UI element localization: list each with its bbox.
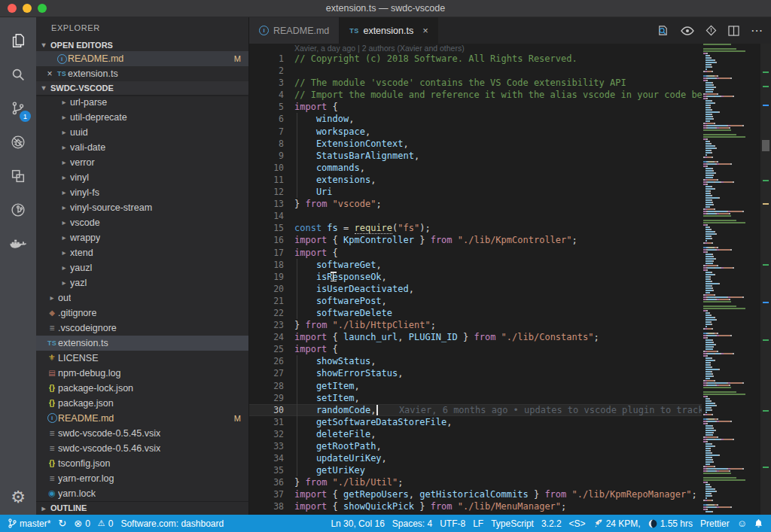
activity-debug-icon[interactable]: [0, 125, 36, 159]
tree-item-README.md[interactable]: iREADME.mdM: [36, 411, 248, 426]
tree-item-url-parse[interactable]: ▸url-parse: [36, 95, 248, 110]
code-line-19[interactable]: 19 isResponseOk,: [249, 271, 702, 283]
tree-item-LICENSE[interactable]: ⚜LICENSE: [36, 351, 248, 366]
status-sync[interactable]: ↻: [54, 515, 70, 532]
tree-item-yauzl[interactable]: ▸yauzl: [36, 260, 248, 275]
code-line-18[interactable]: 18 softwareGet,: [249, 259, 702, 271]
code-line-35[interactable]: 35 getUriKey: [249, 464, 702, 476]
window-controls[interactable]: [8, 4, 47, 13]
activity-extensions-icon[interactable]: [0, 159, 36, 193]
tab-extension-ts[interactable]: TS extension.ts ×: [340, 17, 437, 44]
gitlens-icon[interactable]: [705, 25, 717, 36]
tree-item-vscode[interactable]: ▸vscode: [36, 215, 248, 230]
code-line-29[interactable]: 29 setItem,: [249, 392, 702, 404]
code-line-20[interactable]: 20 isUserDeactivated,: [249, 283, 702, 295]
code-line-11[interactable]: 11 extensions,: [249, 174, 702, 186]
status-errors[interactable]: ⊗0: [70, 515, 94, 532]
code-line-7[interactable]: 7 workspace,: [249, 126, 702, 138]
code-line-23[interactable]: 23} from "./lib/HttpClient";: [249, 319, 702, 331]
status-indentation[interactable]: Spaces: 4: [389, 515, 436, 532]
split-editor-icon[interactable]: [728, 26, 739, 36]
more-actions-icon[interactable]: ⋯: [751, 27, 763, 35]
status-ts-version[interactable]: 3.2.2: [538, 515, 565, 532]
code-area[interactable]: Xavier, a day ago | 2 authors (Xavier an…: [249, 44, 702, 515]
tab-readme[interactable]: i README.md: [249, 17, 340, 44]
status-language-mode[interactable]: TypeScript: [487, 515, 538, 532]
status-time-tracked[interactable]: 1.55 hrs: [645, 515, 696, 532]
code-line-6[interactable]: 6 window,: [249, 113, 702, 125]
tree-item-swdc-vscode-0.5.46.vsix[interactable]: ≡swdc-vscode-0.5.46.vsix: [36, 441, 248, 456]
activity-search-icon[interactable]: [0, 57, 36, 91]
code-line-33[interactable]: 33 getRootPath,: [249, 440, 702, 452]
code-line-3[interactable]: 3// The module 'vscode' contains the VS …: [249, 77, 702, 89]
tree-item-yarn-error.log[interactable]: ≡yarn-error.log: [36, 471, 248, 486]
code-line-17[interactable]: 17import {: [249, 247, 702, 259]
code-line-34[interactable]: 34 updateUriKey,: [249, 452, 702, 464]
code-line-28[interactable]: 28 getItem,: [249, 380, 702, 392]
status-encoding[interactable]: UTF-8: [436, 515, 469, 532]
tree-item-swdc-vscode-0.5.45.vsix[interactable]: ≡swdc-vscode-0.5.45.vsix: [36, 426, 248, 441]
settings-gear-icon[interactable]: ⚙: [11, 488, 26, 507]
status-git-branch[interactable]: master*: [5, 515, 54, 532]
tree-item-wrappy[interactable]: ▸wrappy: [36, 230, 248, 245]
code-line-26[interactable]: 26 showStatus,: [249, 355, 702, 367]
activity-gitlens-icon[interactable]: [0, 193, 36, 226]
tree-item-package.json[interactable]: {}package.json: [36, 396, 248, 411]
close-window-button[interactable]: [8, 4, 17, 13]
minimize-window-button[interactable]: [23, 4, 32, 13]
activity-source-control-icon[interactable]: 1: [0, 91, 36, 125]
code-line-38[interactable]: 38import { showQuickPick } from "./lib/M…: [249, 500, 702, 512]
scrollbar-thumb[interactable]: [762, 140, 769, 151]
code-line-36[interactable]: 36} from "./lib/Util";: [249, 476, 702, 488]
activity-explorer-icon[interactable]: [0, 23, 36, 57]
tree-item-yarn.lock[interactable]: ◉yarn.lock: [36, 486, 248, 501]
code-line-16[interactable]: 16import { KpmController } from "./lib/K…: [249, 234, 702, 246]
activity-docker-icon[interactable]: [0, 226, 36, 260]
tree-item-uuid[interactable]: ▸uuid: [36, 125, 248, 140]
tree-item-xtend[interactable]: ▸xtend: [36, 245, 248, 260]
status-prettier[interactable]: Prettier: [696, 515, 733, 532]
code-line-9[interactable]: 9 StatusBarAlignment,: [249, 150, 702, 162]
code-line-27[interactable]: 27 showErrorStatus,: [249, 367, 702, 379]
code-line-4[interactable]: 4// Import the module and reference it w…: [249, 89, 702, 101]
code-line-5[interactable]: 5import {: [249, 101, 702, 113]
status-feedback[interactable]: ☺: [733, 515, 751, 532]
code-line-1[interactable]: 1// Copyright (c) 2018 Software. All Rig…: [249, 53, 702, 65]
tree-item-vinyl-fs[interactable]: ▸vinyl-fs: [36, 185, 248, 200]
maximize-window-button[interactable]: [38, 4, 47, 13]
code-line-32[interactable]: 32 deleteFile,: [249, 428, 702, 440]
code-line-14[interactable]: 14: [249, 210, 702, 222]
code-line-31[interactable]: 31 getSoftwareDataStoreFile,: [249, 416, 702, 428]
tree-item-package-lock.json[interactable]: {}package-lock.json: [36, 381, 248, 396]
close-tab-icon[interactable]: ×: [422, 25, 428, 36]
status-kpm[interactable]: 24 KPM,: [590, 515, 645, 532]
status-cursor-position[interactable]: Ln 30, Col 16: [327, 515, 388, 532]
code-line-21[interactable]: 21 softwarePost,: [249, 295, 702, 307]
code-line-13[interactable]: 13} from "vscode";: [249, 198, 702, 210]
tree-item-npm-debug.log[interactable]: ▤npm-debug.log: [36, 366, 248, 381]
tree-item-.vscodeignore[interactable]: ≡.vscodeignore: [36, 321, 248, 336]
toggle-blame-icon[interactable]: [681, 26, 694, 35]
code-line-10[interactable]: 10 commands,: [249, 162, 702, 174]
code-line-8[interactable]: 8 ExtensionContext,: [249, 138, 702, 150]
status-software-dashboard[interactable]: Software.com: dashboard: [117, 515, 227, 532]
code-line-2[interactable]: 2: [249, 65, 702, 77]
tree-item-vinyl-source-stream[interactable]: ▸vinyl-source-stream: [36, 200, 248, 215]
minimap[interactable]: [702, 44, 760, 515]
tree-item-extension.ts[interactable]: TSextension.ts: [36, 336, 248, 351]
tree-item-.gitignore[interactable]: ◆.gitignore: [36, 306, 248, 321]
close-editor-icon[interactable]: ×: [44, 68, 56, 79]
status-warnings[interactable]: ⚠0: [94, 515, 117, 532]
project-header[interactable]: ▾ SWDC-VSCODE: [36, 81, 248, 94]
open-editor-extension.ts[interactable]: ×TSextension.ts: [36, 66, 248, 81]
tree-item-out[interactable]: ▸out: [36, 290, 248, 306]
tree-item-util-deprecate[interactable]: ▸util-deprecate: [36, 110, 248, 125]
editor-scrollbar[interactable]: [760, 44, 771, 515]
code-line-30[interactable]: 30 randomCode,Xavier, 6 months ago • upd…: [249, 404, 702, 416]
tree-item-vinyl[interactable]: ▸vinyl: [36, 170, 248, 185]
code-line-25[interactable]: 25import {: [249, 343, 702, 355]
code-line-15[interactable]: 15const fs = require("fs");: [249, 222, 702, 234]
status-eol[interactable]: LF: [469, 515, 487, 532]
tree-item-yazl[interactable]: ▸yazl: [36, 275, 248, 290]
status-notifications[interactable]: [751, 515, 766, 532]
